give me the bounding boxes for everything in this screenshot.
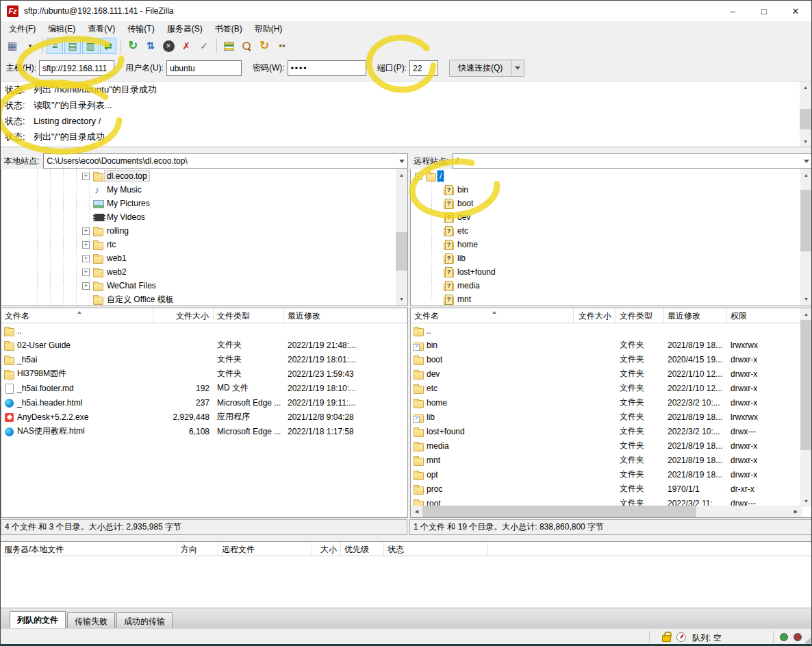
scroll-down-icon[interactable]: ▼ bbox=[396, 293, 407, 305]
_h5ai[interactable]: _h5ai 文件夹 2022/1/19 18:01:... bbox=[1, 352, 407, 367]
lost+found[interactable]: lost+found 文件夹 2022/3/2 10:... drwx--- bbox=[411, 424, 812, 438]
remote-path-combo[interactable]: / bbox=[453, 153, 812, 169]
tab-queued-files[interactable]: 列队的文件 bbox=[10, 611, 66, 628]
menu-item[interactable]: 查看(V) bbox=[81, 22, 121, 36]
site-manager-dropdown[interactable]: ▾ bbox=[22, 38, 38, 54]
AnyDesk+5.2.2.exe[interactable]: AnyDesk+5.2.2.exe 2,929,448 应用程序 2021/12… bbox=[1, 410, 407, 424]
scrollbar-thumb[interactable] bbox=[800, 109, 811, 129]
menu-item[interactable]: 编辑(E) bbox=[42, 22, 81, 36]
directory-comparison-button[interactable] bbox=[220, 38, 237, 54]
queue-column-header[interactable]: 状态 bbox=[384, 542, 488, 556]
column-header[interactable]: 文件类型 bbox=[214, 308, 284, 323]
toggle-local-tree-button[interactable]: ▤ bbox=[64, 38, 81, 54]
column-header[interactable]: 权限 bbox=[727, 308, 812, 323]
column-header[interactable]: 最近修改 bbox=[284, 308, 407, 323]
dev[interactable]: dev 文件夹 2022/1/10 12... drwxr-x bbox=[411, 367, 812, 381]
etc[interactable]: etc bbox=[411, 224, 812, 238]
queue-column-header[interactable]: 方向 bbox=[177, 542, 218, 556]
queue-column-header[interactable]: 远程文件 bbox=[218, 542, 312, 556]
host-input[interactable] bbox=[39, 60, 114, 76]
dl.ecoo.top[interactable]: + dl.ecoo.top bbox=[1, 169, 407, 183]
cancel-button[interactable]: ✕ bbox=[160, 38, 177, 54]
port-input[interactable] bbox=[409, 60, 438, 76]
scrollbar-thumb[interactable] bbox=[800, 190, 812, 251]
_h5ai.header.html[interactable]: _h5ai.header.html 237 Microsoft Edge ...… bbox=[1, 395, 407, 410]
自定义 Office 模板[interactable]: 自定义 Office 模板 bbox=[1, 293, 407, 306]
column-header[interactable]: 文件大小 bbox=[153, 308, 214, 323]
scroll-right-icon[interactable]: ▶ bbox=[790, 506, 802, 517]
remote-list-scrollbar[interactable]: ▲ ▼ bbox=[800, 308, 812, 507]
menu-item[interactable]: 文件(F) bbox=[3, 22, 42, 36]
lost+found[interactable]: lost+found bbox=[411, 265, 812, 279]
tree-expander[interactable]: + bbox=[82, 173, 90, 180]
process-queue-button[interactable]: ⇅ bbox=[142, 38, 159, 54]
WeChat Files[interactable]: + WeChat Files bbox=[1, 279, 407, 293]
column-header[interactable]: 最近修改 bbox=[664, 308, 727, 323]
scroll-left-icon[interactable]: ◀ bbox=[411, 506, 422, 517]
close-button[interactable]: ✕ bbox=[780, 1, 811, 21]
toolbar-separator[interactable] bbox=[118, 38, 123, 54]
refresh-button[interactable]: ↻ bbox=[125, 38, 141, 54]
menu-item[interactable]: 帮助(H) bbox=[249, 22, 289, 36]
local-tree-scrollbar[interactable]: ▲ ▼ bbox=[396, 169, 407, 305]
proc[interactable]: proc 文件夹 1970/1/1 dr-xr-x bbox=[411, 482, 812, 496]
My Pictures[interactable]: My Pictures bbox=[1, 197, 407, 210]
queue-column-header[interactable]: 服务器/本地文件 bbox=[1, 542, 177, 556]
toggle-remote-tree-button[interactable]: ▥ bbox=[82, 38, 99, 54]
mnt[interactable]: mnt bbox=[411, 293, 812, 306]
rtc[interactable]: + rtc bbox=[1, 238, 407, 251]
scroll-down-icon[interactable]: ▼ bbox=[800, 293, 812, 305]
boot[interactable]: boot 文件夹 2020/4/15 19... drwxr-x bbox=[411, 352, 812, 367]
reconnect-button[interactable]: ✓ bbox=[196, 38, 212, 54]
site-manager-button[interactable]: ▦ bbox=[4, 38, 21, 54]
opt[interactable]: opt 文件夹 2021/8/19 18... drwxr-x bbox=[411, 467, 812, 482]
tree-expander[interactable]: + bbox=[82, 255, 90, 262]
web2[interactable]: + web2 bbox=[1, 265, 407, 279]
scroll-up-icon[interactable]: ▲ bbox=[800, 169, 812, 181]
scrollbar-thumb[interactable] bbox=[396, 232, 407, 271]
home[interactable]: home bbox=[411, 238, 812, 251]
filter-binoculars-button[interactable]: ●● bbox=[274, 38, 290, 54]
bin[interactable]: bin bbox=[411, 183, 812, 197]
lib[interactable]: lib bbox=[411, 251, 812, 265]
..[interactable]: .. bbox=[411, 323, 812, 338]
bin[interactable]: bin 文件夹 2021/8/19 18... lrwxrwx bbox=[411, 338, 812, 352]
etc[interactable]: etc 文件夹 2022/1/10 12... drwxr-x bbox=[411, 381, 812, 395]
tree-expander[interactable]: + bbox=[82, 227, 90, 235]
speed-limit-gauge-icon[interactable] bbox=[676, 632, 686, 642]
scroll-down-icon[interactable]: ▼ bbox=[800, 136, 811, 147]
remote-tree-scrollbar[interactable]: ▲ ▼ bbox=[800, 169, 812, 305]
scrollbar-thumb[interactable] bbox=[422, 506, 696, 517]
..[interactable]: .. bbox=[1, 323, 407, 338]
tree-expander[interactable]: + bbox=[82, 241, 90, 249]
maximize-button[interactable]: □ bbox=[748, 1, 780, 21]
find-files-button[interactable] bbox=[238, 38, 255, 54]
boot[interactable]: boot bbox=[411, 197, 812, 210]
scroll-down-icon[interactable]: ▼ bbox=[800, 495, 812, 507]
log-scrollbar[interactable]: ▲ ▼ bbox=[800, 82, 811, 147]
scroll-up-icon[interactable]: ▲ bbox=[800, 82, 811, 93]
tab-failed-transfers[interactable]: 传输失败 bbox=[67, 612, 115, 628]
scroll-up-icon[interactable]: ▲ bbox=[396, 169, 407, 181]
NAS使用教程.html[interactable]: NAS使用教程.html 6,108 Microsoft Edge ... 20… bbox=[1, 424, 407, 438]
password-input[interactable] bbox=[288, 60, 366, 76]
menu-item[interactable]: 传输(T) bbox=[121, 22, 160, 36]
lib[interactable]: lib 文件夹 2021/8/19 18... lrwxrwx bbox=[411, 410, 812, 424]
column-header[interactable]: 文件类型 bbox=[616, 308, 664, 323]
Hi3798M固件[interactable]: Hi3798M固件 文件夹 2022/1/23 1:59:43 bbox=[1, 367, 407, 381]
scrollbar-thumb[interactable] bbox=[800, 320, 812, 450]
synchronized-browsing-button[interactable]: ↻ bbox=[256, 38, 272, 54]
tree-expander[interactable]: - bbox=[415, 173, 422, 180]
toggle-queue-button[interactable]: ⇄ bbox=[100, 38, 116, 54]
dev[interactable]: dev bbox=[411, 210, 812, 224]
tree-expander[interactable]: + bbox=[82, 282, 90, 290]
queue-column-header[interactable]: 优先级 bbox=[341, 542, 384, 556]
media[interactable]: media 文件夹 2021/8/19 18... drwxr-x bbox=[411, 438, 812, 453]
column-header[interactable]: 文件名 bbox=[411, 308, 574, 323]
home[interactable]: home 文件夹 2022/3/2 10:... drwxr-x bbox=[411, 395, 812, 410]
02-User Guide[interactable]: 02-User Guide 文件夹 2022/1/19 21:48:... bbox=[1, 338, 407, 352]
tab-successful-transfers[interactable]: 成功的传输 bbox=[116, 612, 173, 628]
local-path-combo[interactable]: C:\Users\ecoo\Documents\dl.ecoo.top\ bbox=[43, 153, 408, 169]
column-header[interactable]: 文件名 bbox=[1, 308, 153, 323]
media[interactable]: media bbox=[411, 279, 812, 293]
